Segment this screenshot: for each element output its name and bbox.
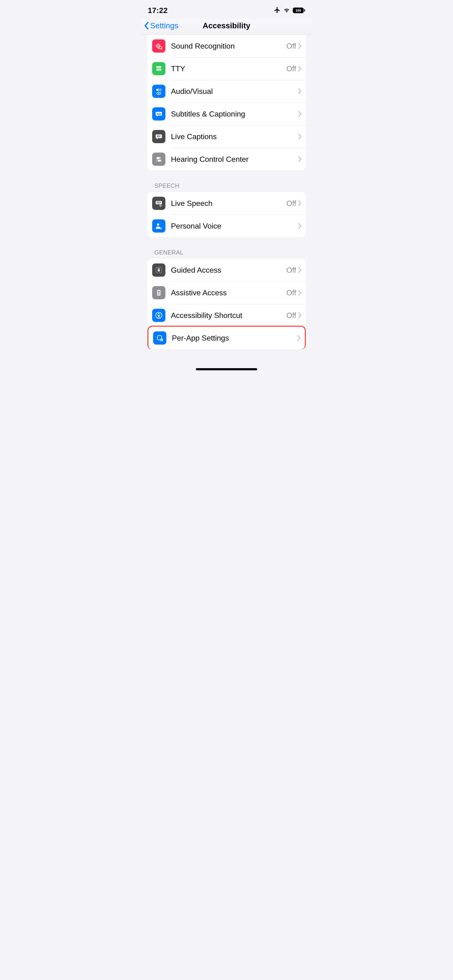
back-label: Settings [150,21,179,30]
assistive-access-icon [152,286,165,299]
svg-rect-35 [160,202,161,202]
svg-rect-21 [158,114,161,115]
status-time: 17:22 [148,6,168,15]
section-general: GENERAL Guided Access Off Assistive Acce… [147,237,306,349]
per-app-icon [153,331,166,345]
svg-rect-51 [158,294,160,294]
row-value: Off [286,311,296,320]
chevron-right-icon [298,156,301,162]
svg-rect-34 [159,202,160,202]
row-label: Audio/Visual [171,87,298,96]
row-accessibility-shortcut[interactable]: Accessibility Shortcut Off [147,304,306,327]
hearing-control-icon [152,153,165,166]
svg-rect-19 [159,113,161,114]
svg-rect-20 [157,114,158,115]
status-icons: 100 [274,6,305,14]
row-label: Subtitles & Captioning [171,110,298,118]
row-live-speech[interactable]: Live Speech Off [147,192,306,215]
row-personal-voice[interactable]: Personal Voice [147,215,306,237]
audio-visual-icon [152,85,165,98]
live-speech-icon [152,197,165,210]
row-value: Off [286,64,296,73]
svg-rect-14 [158,70,159,70]
chevron-right-icon [298,111,301,117]
section-speech: SPEECH Live Speech Off Personal Voice [147,170,306,237]
svg-rect-1 [304,9,305,11]
row-label: Assistive Access [171,288,286,297]
svg-rect-9 [156,68,161,71]
highlight-per-app: Per-App Settings [147,326,306,349]
list-general: Guided Access Off Assistive Access Off A… [147,259,306,349]
row-subtitles[interactable]: Subtitles & Captioning [147,103,306,125]
row-value: Off [286,266,296,275]
row-label: Personal Voice [171,222,298,231]
list-hearing: Sound Recognition Off TTY Off Audio/Visu… [147,35,306,170]
row-label: Sound Recognition [171,42,286,51]
svg-rect-32 [157,202,158,202]
airplane-mode-icon [274,6,281,14]
chevron-right-icon [298,223,301,229]
svg-rect-13 [157,70,158,70]
row-per-app-settings[interactable]: Per-App Settings [148,327,305,349]
svg-rect-38 [160,203,161,203]
svg-rect-49 [158,291,160,292]
svg-rect-31 [156,202,157,202]
wifi-icon [283,7,290,14]
section-hearing: Sound Recognition Off TTY Off Audio/Visu… [147,35,306,170]
sound-recognition-icon [152,40,165,52]
live-captions-icon [152,130,165,143]
list-speech: Live Speech Off Personal Voice [147,192,306,237]
subtitles-icon [152,107,165,121]
row-sound-recognition[interactable]: Sound Recognition Off [147,35,306,57]
row-tty[interactable]: TTY Off [147,57,306,80]
section-header-speech: SPEECH [147,170,306,192]
svg-rect-33 [158,202,159,202]
home-indicator [196,368,257,370]
section-header-general: GENERAL [147,237,306,259]
chevron-right-icon [298,290,301,296]
row-guided-access[interactable]: Guided Access Off [147,259,306,282]
svg-rect-10 [157,69,158,69]
svg-point-42 [157,223,159,226]
svg-rect-18 [157,113,158,114]
tty-icon [152,62,165,75]
svg-rect-15 [160,70,160,70]
chevron-right-icon [298,43,301,49]
svg-rect-37 [157,203,160,203]
chevron-right-icon [298,200,301,206]
row-hearing-control-center[interactable]: Hearing Control Center [147,148,306,170]
chevron-right-icon [297,335,301,341]
svg-rect-11 [158,69,159,69]
row-audio-visual[interactable]: Audio/Visual [147,80,306,103]
svg-text:100: 100 [295,8,301,13]
accessibility-shortcut-icon [152,309,165,322]
chevron-right-icon [298,134,301,140]
svg-line-8 [161,49,162,49]
row-label: Per-App Settings [172,334,297,342]
row-label: Live Speech [171,199,286,208]
row-value: Off [286,42,296,51]
chevron-left-icon [144,22,149,30]
row-value: Off [286,199,296,208]
row-label: Guided Access [171,266,286,275]
chevron-right-icon [298,65,301,72]
battery-icon: 100 [293,7,305,13]
guided-access-icon [152,264,165,277]
chevron-right-icon [298,312,301,318]
row-live-captions[interactable]: Live Captions [147,125,306,148]
nav-bar: Settings Accessibility [141,19,313,35]
row-label: Live Captions [171,132,298,141]
row-label: Accessibility Shortcut [171,311,286,320]
row-assistive-access[interactable]: Assistive Access Off [147,282,306,304]
row-value: Off [286,288,296,297]
svg-point-29 [157,160,158,161]
svg-point-27 [160,158,161,159]
row-label: Hearing Control Center [171,155,298,164]
svg-rect-47 [158,270,160,272]
row-label: TTY [171,64,286,73]
chevron-right-icon [298,88,301,94]
svg-point-17 [158,93,159,94]
svg-rect-36 [156,203,157,203]
back-button[interactable]: Settings [144,21,179,30]
personal-voice-icon [152,220,165,232]
